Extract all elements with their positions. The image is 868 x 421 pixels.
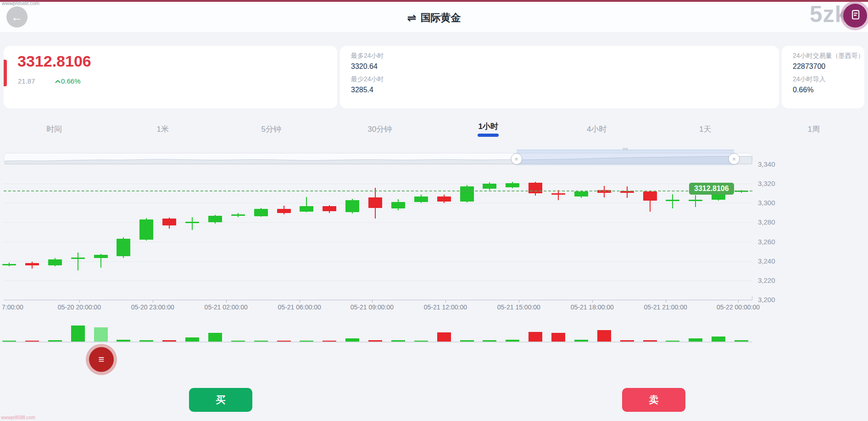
x-axis-label: 05-20 23:00:00 xyxy=(131,303,174,311)
sell-button[interactable]: 卖 xyxy=(622,388,685,412)
header-bar: ⇌ 国际黄金 xyxy=(0,2,868,32)
candle xyxy=(94,255,108,258)
page-title: 国际黄金 xyxy=(421,11,461,25)
y-axis-label: 3,300 xyxy=(758,199,775,207)
buy-button[interactable]: 买 xyxy=(189,388,252,412)
x-axis-label: 7:00:00 xyxy=(2,303,23,311)
price-accent-bar xyxy=(4,60,7,86)
candle xyxy=(2,264,16,265)
volume-bar xyxy=(71,326,85,342)
candle xyxy=(368,197,382,208)
trading-app: wwwpr8588.com ⇌ 国际黄金 ← 5zkt 3312.8106 21… xyxy=(0,0,868,421)
y-axis-label: 3,200 xyxy=(758,296,775,303)
back-arrow-icon: ← xyxy=(11,10,23,24)
current-price-tag: 3312.8106 xyxy=(689,183,734,195)
candle xyxy=(414,196,428,202)
x-axis-label: 05-21 15:00:00 xyxy=(497,303,540,311)
candle xyxy=(460,186,474,202)
navigator-selected-window[interactable] xyxy=(517,150,734,165)
candle xyxy=(139,219,153,240)
tab-1周[interactable]: 1周 xyxy=(760,118,868,140)
floating-menu-button[interactable]: ≡ xyxy=(89,347,114,372)
x-axis-tick xyxy=(79,300,80,303)
candle xyxy=(666,200,679,201)
tab-label: 5分钟 xyxy=(262,124,281,135)
tab-label: 1米 xyxy=(157,124,169,135)
tab-label: 1小时 xyxy=(479,121,498,132)
watermark-url-top: wwwpr8588.com xyxy=(2,0,39,6)
x-axis-tick xyxy=(519,300,519,303)
candle xyxy=(323,206,336,212)
candle xyxy=(437,196,451,202)
y-axis-label: 3,320 xyxy=(758,180,775,187)
x-axis-label: 05-20 20:00:00 xyxy=(58,303,101,311)
tab-30分钟[interactable]: 30分钟 xyxy=(326,118,434,140)
volume-bar xyxy=(551,333,565,342)
candlestick-chart[interactable] xyxy=(4,164,752,300)
candle xyxy=(391,202,405,208)
x-axis-tick xyxy=(592,300,593,303)
tab-5分钟[interactable]: 5分钟 xyxy=(217,118,326,140)
volume-bar xyxy=(712,337,725,342)
price-card: 3312.8106 21.87 0.66% xyxy=(4,46,337,108)
volume-bar xyxy=(437,332,451,342)
candle xyxy=(48,259,62,266)
candle-wick xyxy=(78,253,78,270)
candle xyxy=(185,222,199,223)
navigator-right-handle[interactable]: ≡ xyxy=(728,153,740,164)
stat-high-24h: 最多24小时 3320.64 xyxy=(351,52,384,71)
volume-chart[interactable] xyxy=(4,316,752,342)
tab-label: 1周 xyxy=(808,124,820,135)
y-axis-label: 3,280 xyxy=(758,218,775,226)
active-tab-underline xyxy=(478,134,499,137)
candle xyxy=(483,184,496,189)
candle xyxy=(254,209,268,216)
x-axis-tick xyxy=(153,300,153,303)
candle xyxy=(529,183,542,193)
tab-1小时[interactable]: 1小时 xyxy=(434,118,543,140)
tab-1天[interactable]: 1天 xyxy=(651,118,760,140)
candle xyxy=(345,200,359,212)
x-axis-line xyxy=(4,300,752,300)
candle xyxy=(689,200,702,201)
candle-wick xyxy=(192,217,193,230)
x-axis-tick xyxy=(738,300,739,303)
navigator-left-handle[interactable]: ≡ xyxy=(511,153,522,164)
x-axis-tick xyxy=(226,300,227,303)
candle xyxy=(71,258,85,259)
tab-4小时[interactable]: 4小时 xyxy=(543,118,651,140)
caret-up-icon xyxy=(55,77,61,85)
price-change-percent: 0.66% xyxy=(55,77,81,85)
stat-low-24h: 最少24小时 3285.4 xyxy=(351,75,384,94)
y-axis-label: 3,260 xyxy=(758,238,775,246)
candle xyxy=(231,214,245,216)
candle xyxy=(117,239,130,256)
candle xyxy=(551,193,565,195)
tab-时间[interactable]: 时间 xyxy=(0,118,109,140)
x-axis-label: 05-21 06:00:00 xyxy=(278,303,321,311)
tab-label: 时间 xyxy=(46,124,62,135)
x-axis-label: 05-21 12:00:00 xyxy=(424,303,467,311)
candle xyxy=(208,216,222,223)
swap-icon: ⇌ xyxy=(407,11,416,24)
interval-tabs: 时间1米5分钟30分钟1小时4小时1天1周 xyxy=(0,118,868,140)
navigator-grip-dots xyxy=(623,148,628,150)
gridline-3320 xyxy=(4,184,752,184)
x-axis-label: 05-21 21:00:00 xyxy=(644,303,687,311)
candle xyxy=(506,183,519,187)
chart-navigator[interactable]: ≡≡ xyxy=(4,153,752,164)
price-change: 21.87 xyxy=(18,77,35,85)
tab-label: 30分钟 xyxy=(367,124,392,135)
candle xyxy=(574,191,588,196)
volume-bar xyxy=(689,338,702,342)
current-price-line xyxy=(4,191,752,191)
tab-label: 1天 xyxy=(699,124,711,135)
stat-volume-24h: 24小时交易量（墨西哥） 22873700 xyxy=(793,52,864,71)
y-axis-label: 3,220 xyxy=(758,276,775,284)
tab-1米[interactable]: 1米 xyxy=(109,118,217,140)
x-axis-tick xyxy=(666,300,666,303)
menu-icon: ≡ xyxy=(99,354,105,365)
x-axis-label: 05-21 02:00:00 xyxy=(205,303,248,311)
back-button[interactable]: ← xyxy=(6,6,28,28)
orders-button[interactable] xyxy=(843,4,867,28)
